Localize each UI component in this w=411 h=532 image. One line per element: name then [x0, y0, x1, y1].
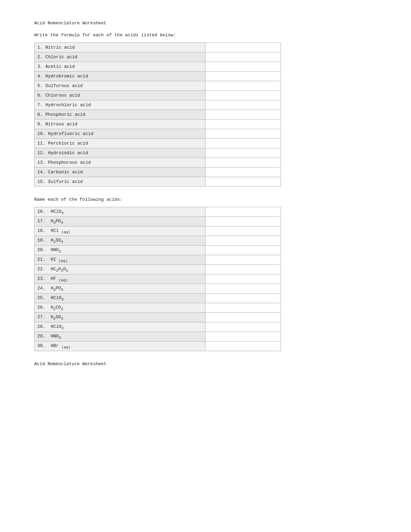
answer-cell[interactable]	[206, 139, 281, 148]
answer-cell[interactable]	[206, 255, 281, 265]
answer-cell[interactable]	[206, 52, 281, 62]
page-title: Acid Nomenclature Worksheet	[34, 21, 377, 26]
answer-cell[interactable]	[206, 177, 281, 187]
list-item: 2. Chloric acid	[35, 52, 206, 62]
list-item: 17. H3PO4	[35, 217, 206, 226]
list-item: 16. HClO4	[35, 207, 206, 217]
list-item: 18. HCl (aq)	[35, 226, 206, 236]
list-item: 30. HBr (aq)	[35, 342, 206, 351]
list-item: 10. Hydrofluoric acid	[35, 129, 206, 139]
section1-instruction: Write the formula for each of the acids …	[34, 33, 377, 38]
list-item: 7. Hydrochloric acid	[35, 100, 206, 110]
answer-cell[interactable]	[206, 265, 281, 274]
answer-cell[interactable]	[206, 342, 281, 351]
section2-instruction: Name each of the following acids:	[34, 197, 377, 202]
answer-cell[interactable]	[206, 322, 281, 332]
list-item: 21. HI (aq)	[35, 255, 206, 265]
list-item: 9. Nitrous acid	[35, 120, 206, 129]
answer-cell[interactable]	[206, 81, 281, 91]
list-item: 4. Hydrobromic acid	[35, 72, 206, 81]
list-item: 5. Sulfurous acid	[35, 81, 206, 91]
answer-cell[interactable]	[206, 62, 281, 72]
list-item: 25. HClO3	[35, 294, 206, 303]
list-item: 1. Nitric acid	[35, 43, 206, 52]
footer-title: Acid Nomenclature Worksheet	[34, 361, 377, 367]
answer-cell[interactable]	[206, 100, 281, 110]
list-item: 26. H2CO3	[35, 303, 206, 313]
answer-cell[interactable]	[206, 332, 281, 342]
list-item: 8. Phosphoric acid	[35, 110, 206, 120]
answer-cell[interactable]	[206, 303, 281, 313]
list-item: 27. H2SO3	[35, 313, 206, 322]
list-item: 3. Acetic acid	[35, 62, 206, 72]
list-item: 22. HC2H3O2	[35, 265, 206, 274]
answer-cell[interactable]	[206, 313, 281, 322]
answer-cell[interactable]	[206, 110, 281, 120]
list-item: 6. Chlorous acid	[35, 91, 206, 100]
answer-cell[interactable]	[206, 120, 281, 129]
answer-cell[interactable]	[206, 207, 281, 217]
answer-cell[interactable]	[206, 236, 281, 246]
answer-cell[interactable]	[206, 158, 281, 168]
list-item: 13. Phosphorous acid	[35, 158, 206, 168]
answer-cell[interactable]	[206, 226, 281, 236]
section2-table: 16. HClO417. H3PO418. HCl (aq)19. H2SO42…	[34, 207, 281, 351]
list-item: 23. HF (aq)	[35, 274, 206, 284]
list-item: 19. H2SO4	[35, 236, 206, 246]
list-item: 29. HNO3	[35, 332, 206, 342]
answer-cell[interactable]	[206, 284, 281, 294]
answer-cell[interactable]	[206, 217, 281, 226]
answer-cell[interactable]	[206, 72, 281, 81]
list-item: 24. H3PO3	[35, 284, 206, 294]
answer-cell[interactable]	[206, 43, 281, 52]
list-item: 14. Carbonic acid	[35, 168, 206, 177]
answer-cell[interactable]	[206, 246, 281, 255]
list-item: 12. Hydroiodic acid	[35, 148, 206, 158]
list-item: 20. HNO2	[35, 246, 206, 255]
section1-table: 1. Nitric acid2. Chloric acid3. Acetic a…	[34, 42, 281, 187]
list-item: 15. Sulfuric acid	[35, 177, 206, 187]
answer-cell[interactable]	[206, 294, 281, 303]
list-item: 28. HClO2	[35, 322, 206, 332]
answer-cell[interactable]	[206, 274, 281, 284]
list-item: 11. Perchloric acid	[35, 139, 206, 148]
answer-cell[interactable]	[206, 91, 281, 100]
answer-cell[interactable]	[206, 148, 281, 158]
answer-cell[interactable]	[206, 168, 281, 177]
answer-cell[interactable]	[206, 129, 281, 139]
